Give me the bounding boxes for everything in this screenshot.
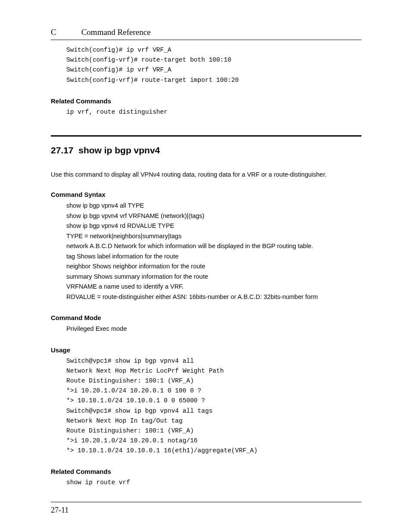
section-title-text: show ip bgp vpnv4: [78, 145, 160, 155]
section-number: 27.17: [51, 145, 74, 155]
header-letter: C: [51, 28, 56, 37]
section-heading: 27.17 show ip bgp vpnv4: [51, 145, 361, 156]
header-title: Command Reference: [81, 28, 151, 37]
syntax-line: summary Shows summary information for th…: [66, 272, 361, 282]
section-intro: Use this command to display all VPNv4 ro…: [51, 170, 361, 179]
related-commands-code-2: show ip route vrf: [66, 478, 361, 488]
syntax-line: tag Shows label information for the rout…: [66, 252, 361, 261]
page-number: 27-11: [51, 506, 68, 514]
page: C Command Reference Switch(config)# ip v…: [0, 0, 411, 532]
syntax-line: neighbor Shows neighbor information for …: [66, 261, 361, 271]
related-commands-label-1: Related Commands: [51, 97, 361, 105]
usage-code-block: Switch@vpc1# show ip bgp vpnv4 all Netwo…: [66, 356, 361, 456]
command-syntax-label: Command Syntax: [51, 191, 361, 198]
page-header: C Command Reference: [51, 28, 361, 40]
page-footer: 27-11: [51, 502, 361, 515]
syntax-line: VRFNAME a name used to identify a VRF.: [66, 282, 361, 292]
syntax-line: show ip bgp vpnv4 all TYPE: [66, 201, 361, 211]
syntax-line: network A.B.C.D Network for which inform…: [66, 241, 361, 251]
top-code-block: Switch(config)# ip vrf VRF_A Switch(conf…: [66, 45, 361, 85]
syntax-line: show ip bgp vpvn4 vrf VRFNAME (network)|…: [66, 211, 361, 221]
syntax-line: show ip bgp vpnv4 rd RDVALUE TYPE: [66, 221, 361, 231]
command-mode-label: Command Mode: [51, 314, 361, 321]
command-mode-text: Privileged Exec mode: [66, 324, 361, 334]
section-rule: [51, 135, 361, 137]
related-commands-label-2: Related Commands: [51, 468, 361, 475]
syntax-line: TYPE = network|neighbors|summary|tags: [66, 231, 361, 241]
command-syntax-list: show ip bgp vpnv4 all TYPE show ip bgp v…: [66, 201, 361, 302]
related-commands-code-1: ip vrf, route distinguisher: [66, 107, 361, 117]
usage-label: Usage: [51, 346, 361, 354]
syntax-line: RDVALUE = route-distinguisher either ASN…: [66, 292, 361, 302]
